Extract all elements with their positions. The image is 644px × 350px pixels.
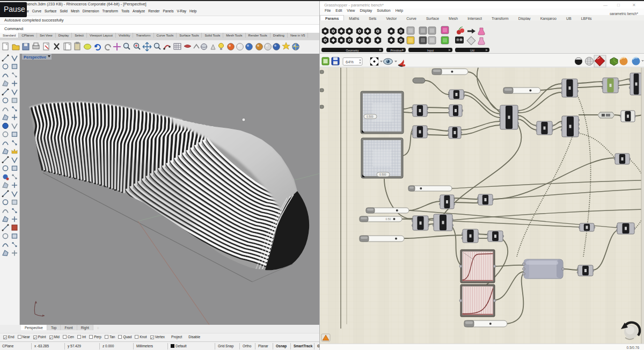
svg-text:Perspective: Perspective	[24, 55, 46, 60]
svg-text:Util: Util	[470, 49, 474, 52]
svg-text:0.50: 0.50	[386, 217, 391, 221]
svg-text:Input: Input	[427, 49, 434, 52]
svg-text:0.500: 0.500	[367, 115, 374, 118]
svg-text:64%: 64%	[346, 60, 354, 64]
svg-text:0.500: 0.500	[379, 173, 386, 176]
svg-text:Geometry: Geometry	[346, 49, 358, 52]
svg-text:Primitive: Primitive	[390, 49, 401, 52]
